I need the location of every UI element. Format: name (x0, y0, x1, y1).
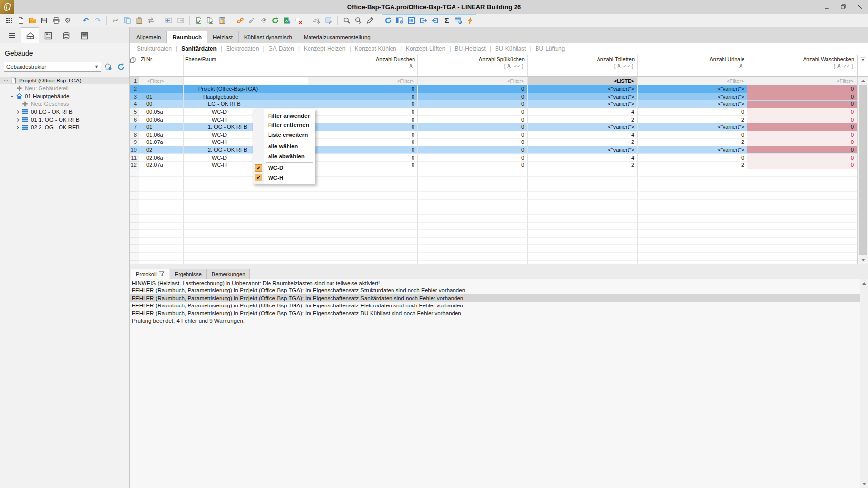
cell-zb[interactable] (139, 154, 145, 162)
cell-waschbecken-error[interactable]: 0 (747, 85, 857, 93)
expander-down-icon[interactable] (3, 79, 9, 83)
cell-duschen[interactable]: 0 (308, 93, 418, 101)
empty-grid-row[interactable] (130, 230, 868, 238)
cell-spuelkuechen[interactable]: 0 (418, 146, 528, 154)
scroll-down-button[interactable] (858, 256, 868, 264)
cell-spuelkuechen[interactable]: 0 (418, 93, 528, 101)
close-button[interactable] (851, 0, 868, 14)
cell-nr[interactable]: 01 (145, 93, 184, 101)
subtab-konzept-lüften[interactable]: Konzept-Lüften (402, 45, 449, 52)
table-row[interactable]: 600.06aWC-H00220 (130, 116, 868, 123)
cell-waschbecken-error[interactable]: 0 (747, 101, 857, 108)
cell-nr[interactable] (145, 85, 184, 93)
empty-grid-row[interactable] (130, 207, 868, 215)
table-row[interactable]: 10022. OG - OK RFB00<"variiert"><"variie… (130, 146, 868, 154)
tree-item-2[interactable]: 01 Hauptgebäude (0, 92, 129, 100)
cell-urinale[interactable]: <"variiert"> (638, 93, 747, 101)
log-line[interactable]: FEHLER (Raumbuch, Parametrisierung) in P… (130, 287, 868, 295)
checkbox-checked-icon[interactable]: ✔ (255, 174, 262, 181)
cell-waschbecken-error[interactable]: 0 (747, 154, 857, 162)
tree-item-3[interactable]: Neu: Geschoss (0, 100, 129, 108)
zoom-button[interactable] (341, 15, 352, 26)
expander-right-icon[interactable] (15, 118, 21, 122)
calculation-button[interactable] (216, 15, 228, 26)
structure-select[interactable]: Gebäudestruktur ▼ (4, 62, 101, 72)
cell-waschbecken-error[interactable]: 0 (747, 139, 857, 146)
cell-toiletten[interactable]: <"variiert"> (528, 101, 638, 108)
cell-nr[interactable]: 01.06a (145, 131, 184, 139)
next-window-button[interactable] (175, 15, 186, 26)
scroll-up-button[interactable] (858, 77, 868, 85)
cell-toiletten[interactable]: <"variiert"> (528, 93, 638, 101)
structure-settings-button[interactable] (103, 62, 113, 72)
column-header-anzahl-urinale[interactable]: Anzahl Urinale (638, 55, 747, 76)
cell-duschen[interactable]: 0 (308, 85, 418, 93)
subtab-elektrodaten[interactable]: Elektrodaten (222, 45, 263, 52)
quick-calculation-button[interactable] (464, 15, 476, 26)
empty-grid-row[interactable] (130, 215, 868, 223)
cell-urinale[interactable]: 2 (638, 116, 747, 123)
empty-grid-row[interactable] (130, 177, 868, 184)
tab-raumbuch[interactable]: Raumbuch (167, 31, 207, 43)
tree-item-5[interactable]: 01 1. OG - OK RFB (0, 116, 129, 123)
sidebar-tab-reports[interactable] (75, 27, 93, 43)
cell-toiletten[interactable]: <"variiert"> (528, 85, 638, 93)
column-header-anzahl-duschen[interactable]: Anzahl Duschen (308, 55, 418, 76)
grid-filter-icon[interactable] (858, 55, 868, 77)
paste-button[interactable] (133, 15, 145, 26)
tab-allgemein[interactable]: Allgemein (131, 31, 167, 43)
cell-urinale[interactable]: 0 (638, 154, 747, 162)
empty-grid-row[interactable] (130, 245, 868, 253)
expander-down-icon[interactable] (9, 94, 15, 99)
open-project-button[interactable] (27, 15, 39, 26)
grid-vertical-scrollbar[interactable] (857, 55, 868, 264)
filter-urinale[interactable]: <Filter> (638, 77, 747, 85)
cell-zb[interactable] (139, 146, 145, 154)
cell-duschen[interactable]: 0 (308, 116, 418, 123)
tab-heizlast[interactable]: Heizlast (207, 31, 239, 43)
column-header-anzahl-waschbecken[interactable]: Anzahl Waschbecken[✓✓] (747, 55, 857, 76)
table-row[interactable]: 901.07aWC-H00220 (130, 139, 868, 146)
table-row[interactable]: 301Hauptgebäude00<"variiert"><"variiert"… (130, 93, 868, 101)
cell-urinale[interactable]: 0 (638, 108, 747, 116)
filter-toiletten[interactable]: <LISTE> (528, 77, 638, 85)
check-documents-button[interactable] (205, 15, 216, 26)
area-edit-button[interactable] (323, 15, 334, 26)
cell-urinale[interactable]: <"variiert"> (638, 85, 747, 93)
select-all-cell[interactable] (130, 55, 139, 76)
cell-zb[interactable] (139, 116, 145, 123)
app-menu-button[interactable] (3, 15, 15, 26)
empty-grid-row[interactable] (130, 192, 868, 200)
log-line[interactable]: FEHLER (Raumbuch, Parametrisierung) in P… (130, 309, 868, 317)
exchange-button[interactable] (145, 15, 157, 26)
cell-nr[interactable]: 00.05a (145, 108, 184, 116)
subtab-konzept-heizen[interactable]: Konzept-Heizen (300, 45, 349, 52)
column-header-zb[interactable]: Zb (139, 55, 145, 76)
print-button[interactable] (50, 15, 62, 26)
restore-button[interactable] (835, 0, 851, 14)
export-button[interactable] (417, 15, 429, 26)
table-row[interactable]: 1102.06aWC-D00400 (130, 154, 868, 162)
tab-materialzusammenstellung[interactable]: Materialzusammenstellung (298, 31, 376, 43)
expander-right-icon[interactable] (15, 125, 21, 130)
empty-grid-row[interactable] (130, 200, 868, 207)
cell-toiletten[interactable]: <"variiert"> (528, 123, 638, 131)
log-line[interactable]: HINWEIS (Heizlast, Lastberechnung) in Un… (130, 279, 868, 287)
menu-item-liste-erweitern[interactable]: Liste erweitern (253, 130, 315, 140)
tree-item-6[interactable]: 02 2. OG - OK RFB (0, 123, 129, 131)
tab-k-hllast-dynamisch[interactable]: Kühllast dynamisch (239, 31, 298, 43)
sync-button[interactable] (269, 15, 281, 26)
table-row[interactable]: 1202.07aWC-H00220 (130, 162, 868, 169)
filter-spuelkuechen[interactable]: <Filter> (418, 77, 528, 85)
save-button[interactable] (39, 15, 50, 26)
cell-nr[interactable]: 01.07a (145, 139, 184, 146)
table-row[interactable]: 801.06aWC-D00400 (130, 131, 868, 139)
refresh-structure-button[interactable] (116, 62, 125, 72)
table-settings-button[interactable] (394, 15, 406, 26)
cell-ebene-raum[interactable]: EG - OK RFB (184, 101, 308, 108)
cell-ebene-raum[interactable]: Hauptgebäude (184, 93, 308, 101)
cell-nr[interactable]: 02.06a (145, 154, 184, 162)
filter-duschen[interactable]: <Filter> (308, 77, 418, 85)
cell-nr[interactable]: 00.06a (145, 116, 184, 123)
table-view-button[interactable] (453, 15, 464, 26)
